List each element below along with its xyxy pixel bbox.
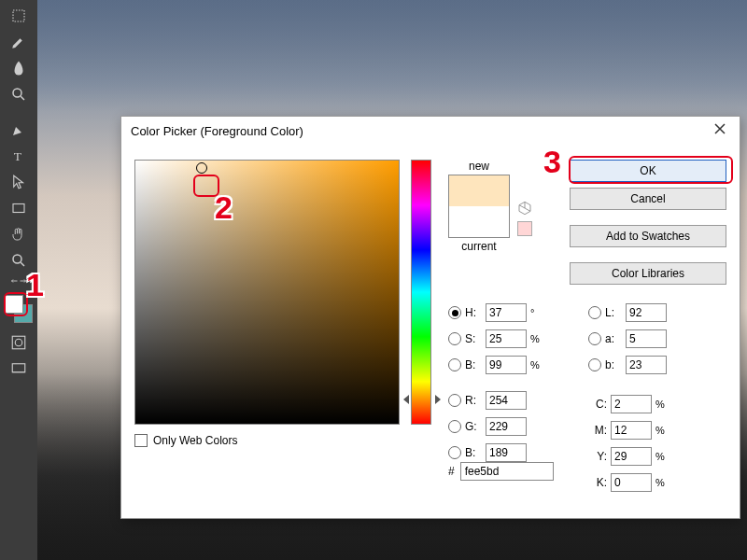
svg-rect-5 bbox=[12, 336, 25, 349]
s-input[interactable] bbox=[486, 329, 527, 348]
zoom-tool[interactable] bbox=[7, 82, 31, 106]
lab-b-radio[interactable] bbox=[588, 358, 601, 371]
m-label: M: bbox=[588, 424, 607, 437]
dialog-titlebar: Color Picker (Foreground Color) bbox=[121, 117, 740, 145]
add-to-swatches-button[interactable]: Add to Swatches bbox=[570, 225, 726, 247]
y-input[interactable] bbox=[611, 447, 652, 466]
rectangle-tool[interactable] bbox=[7, 196, 31, 220]
hex-row: # bbox=[448, 462, 554, 481]
ok-button[interactable]: OK bbox=[570, 160, 726, 182]
b-radio[interactable] bbox=[448, 358, 461, 371]
brush-tool[interactable] bbox=[7, 56, 31, 80]
g-radio[interactable] bbox=[448, 420, 461, 433]
s-radio[interactable] bbox=[448, 332, 461, 345]
svg-rect-0 bbox=[13, 10, 24, 21]
a-label: a: bbox=[605, 332, 622, 345]
foreground-color-swatch[interactable] bbox=[5, 295, 23, 314]
preview-new-swatch bbox=[449, 175, 509, 206]
color-field-cursor[interactable] bbox=[196, 162, 207, 174]
hand-tool[interactable] bbox=[7, 222, 31, 246]
svg-rect-3 bbox=[13, 204, 24, 213]
rect-select-tool[interactable] bbox=[7, 4, 31, 28]
b2-radio[interactable] bbox=[448, 446, 461, 459]
g-input[interactable] bbox=[486, 417, 527, 436]
swap-colors-icon[interactable] bbox=[7, 274, 31, 287]
s-label: S: bbox=[465, 332, 482, 345]
m-input[interactable] bbox=[611, 421, 652, 440]
web-colors-row: Only Web Colors bbox=[134, 434, 237, 447]
hue-slider[interactable] bbox=[411, 160, 431, 425]
a-radio[interactable] bbox=[588, 332, 601, 345]
k-label: K: bbox=[588, 476, 607, 489]
dialog-title: Color Picker (Foreground Color) bbox=[131, 124, 713, 138]
path-select-tool[interactable] bbox=[7, 170, 31, 194]
svg-point-4 bbox=[13, 255, 21, 263]
hsb-rgb-fields: H:° S:% B:% R: G: B: bbox=[448, 300, 543, 466]
gamut-warning-icon[interactable] bbox=[517, 201, 532, 218]
r-input[interactable] bbox=[486, 391, 527, 410]
foreground-background-swatches[interactable] bbox=[5, 295, 33, 323]
cancel-button[interactable]: Cancel bbox=[570, 188, 726, 210]
hex-input[interactable] bbox=[460, 462, 554, 481]
lab-b-label: b: bbox=[605, 358, 622, 371]
c-label: C: bbox=[588, 398, 607, 411]
l-radio[interactable] bbox=[588, 306, 601, 319]
cmyk-fields: C:% M:% Y:% K:% bbox=[588, 391, 669, 496]
color-preview: new current bbox=[448, 160, 510, 253]
r-label: R: bbox=[465, 394, 482, 407]
lab-fields: L: a: b: bbox=[588, 300, 667, 378]
tools-panel: T bbox=[0, 0, 37, 560]
a-input[interactable] bbox=[626, 329, 667, 348]
dialog-buttons: OK Cancel Add to Swatches Color Librarie… bbox=[570, 160, 726, 285]
h-radio[interactable] bbox=[448, 306, 461, 319]
y-label: Y: bbox=[588, 450, 607, 463]
l-input[interactable] bbox=[626, 303, 667, 322]
c-input[interactable] bbox=[611, 395, 652, 413]
web-colors-checkbox[interactable] bbox=[134, 434, 148, 447]
eyedropper-tool[interactable] bbox=[7, 30, 31, 54]
screenmode-tool[interactable] bbox=[7, 357, 31, 381]
l-label: L: bbox=[605, 306, 622, 319]
preview-current-swatch[interactable] bbox=[449, 206, 509, 237]
quickmask-tool[interactable] bbox=[7, 330, 31, 355]
svg-point-1 bbox=[13, 89, 21, 97]
type-tool[interactable]: T bbox=[7, 144, 31, 168]
hue-slider-handle[interactable] bbox=[403, 395, 441, 404]
color-libraries-button[interactable]: Color Libraries bbox=[570, 262, 726, 285]
preview-current-label: current bbox=[448, 240, 510, 253]
close-button[interactable] bbox=[713, 122, 730, 139]
r-radio[interactable] bbox=[448, 394, 461, 407]
websafe-swatch[interactable] bbox=[517, 221, 532, 236]
web-colors-label: Only Web Colors bbox=[153, 434, 237, 447]
zoom-tool-2[interactable] bbox=[7, 248, 31, 273]
svg-rect-7 bbox=[12, 364, 25, 372]
h-label: H: bbox=[465, 306, 482, 319]
svg-point-6 bbox=[15, 339, 22, 346]
pen-tool[interactable] bbox=[7, 118, 31, 142]
lab-b-input[interactable] bbox=[626, 356, 667, 374]
k-input[interactable] bbox=[611, 473, 652, 492]
color-picker-dialog: Color Picker (Foreground Color) new curr… bbox=[120, 116, 740, 519]
h-input[interactable] bbox=[486, 303, 527, 322]
b2-label: B: bbox=[465, 446, 482, 459]
b2-input[interactable] bbox=[486, 443, 527, 462]
svg-text:T: T bbox=[14, 149, 22, 163]
preview-new-label: new bbox=[448, 160, 510, 173]
color-field[interactable] bbox=[134, 160, 400, 425]
b-input[interactable] bbox=[486, 356, 527, 374]
g-label: G: bbox=[465, 420, 482, 433]
b-label: B: bbox=[465, 358, 482, 371]
hex-label: # bbox=[448, 465, 455, 478]
